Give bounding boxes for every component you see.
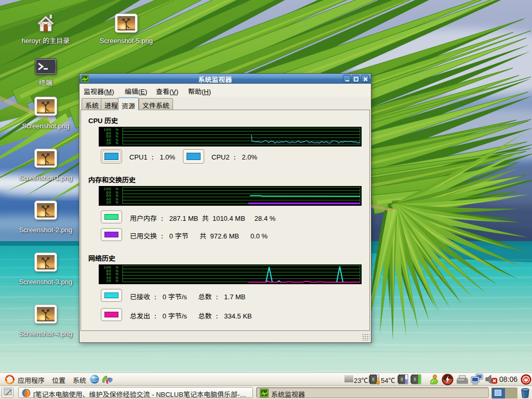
svg-text:%: %	[116, 142, 118, 145]
svg-text:20: 20	[106, 280, 111, 283]
svg-text:%: %	[116, 280, 118, 283]
svg-text:20: 20	[106, 201, 111, 205]
svg-text:20: 20	[106, 142, 111, 145]
svg-text:%: %	[116, 201, 118, 205]
